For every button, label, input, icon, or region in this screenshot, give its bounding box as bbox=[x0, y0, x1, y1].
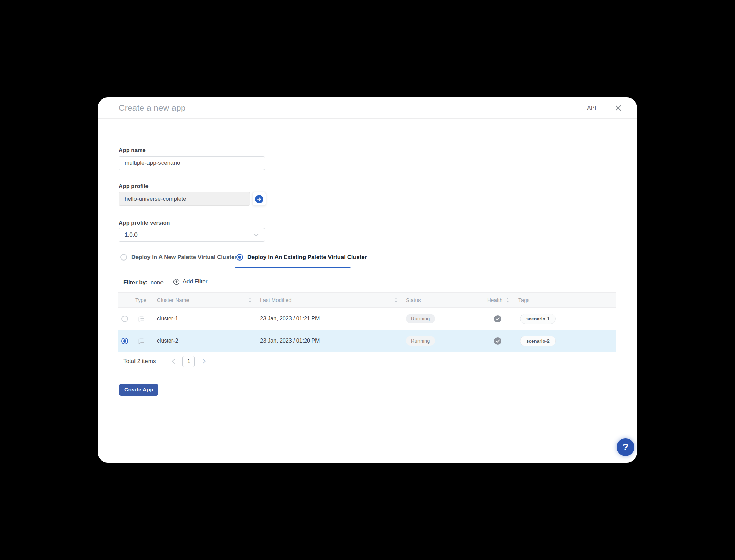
page-number-button[interactable]: 1 bbox=[182, 356, 195, 367]
row-last-modified: 23 Jan, 2023 / 01:21 PM bbox=[260, 316, 406, 322]
create-app-modal: Create a new app API App name App profil… bbox=[98, 97, 637, 463]
modal-title: Create a new app bbox=[119, 103, 587, 113]
api-link[interactable]: API bbox=[587, 105, 596, 111]
tabs-divider bbox=[119, 272, 616, 272]
add-filter-button[interactable]: Add Filter bbox=[172, 276, 213, 289]
tag-badge: scenario-1 bbox=[520, 314, 556, 324]
header-separator bbox=[479, 296, 479, 304]
create-app-button[interactable]: Create App bbox=[119, 384, 158, 396]
status-badge: Running bbox=[406, 314, 435, 323]
chevron-left-icon bbox=[171, 359, 175, 364]
row-radio-cluster-1[interactable] bbox=[121, 316, 128, 322]
next-page-button[interactable] bbox=[200, 358, 208, 365]
clusters-table: Type Cluster Name Last Modified Status H… bbox=[118, 292, 616, 352]
header-last-modified-label: Last Modified bbox=[260, 297, 292, 303]
header-status: Status bbox=[406, 297, 479, 303]
header-tags: Tags bbox=[518, 297, 616, 303]
row-status-cell: Running bbox=[406, 336, 479, 346]
chevron-right-icon bbox=[202, 359, 206, 364]
row-radio-cell bbox=[118, 316, 135, 322]
app-profile-version-value: 1.0.0 bbox=[125, 231, 138, 238]
app-name-input[interactable] bbox=[119, 156, 265, 170]
table-header: Type Cluster Name Last Modified Status H… bbox=[118, 292, 616, 308]
app-profile-link-button[interactable] bbox=[252, 192, 266, 206]
help-button[interactable]: ? bbox=[617, 438, 634, 456]
header-health[interactable]: Health bbox=[479, 297, 518, 303]
header-type: Type bbox=[135, 297, 157, 303]
tab-deploy-new-cluster-label: Deploy In A New Palette Virtual Cluster bbox=[131, 254, 237, 261]
health-check-icon bbox=[494, 315, 502, 323]
tab-deploy-existing-cluster-label: Deploy In An Existing Palette Virtual Cl… bbox=[247, 254, 367, 261]
header-last-modified[interactable]: Last Modified bbox=[260, 297, 406, 303]
header-cluster-name[interactable]: Cluster Name bbox=[157, 297, 260, 303]
titlebar-actions: API bbox=[587, 103, 623, 113]
filter-by-value: none bbox=[151, 279, 164, 286]
close-icon bbox=[615, 104, 622, 112]
tab-deploy-new-cluster[interactable]: Deploy In A New Palette Virtual Cluster bbox=[120, 254, 237, 261]
radio-deploy-new-cluster[interactable] bbox=[120, 254, 127, 261]
table-row-cluster-1[interactable]: cluster-1 23 Jan, 2023 / 01:21 PM Runnin… bbox=[118, 308, 616, 330]
modal-titlebar: Create a new app API bbox=[98, 97, 637, 119]
row-radio-cell bbox=[118, 338, 135, 344]
sort-icon[interactable] bbox=[394, 298, 398, 303]
row-health-cell bbox=[479, 337, 518, 345]
total-items-label: Total 2 items bbox=[123, 358, 156, 365]
app-profile-version-select[interactable]: 1.0.0 bbox=[119, 228, 265, 242]
health-check-icon bbox=[494, 337, 502, 345]
sort-icon[interactable] bbox=[506, 298, 510, 303]
row-cluster-name: cluster-2 bbox=[157, 338, 260, 344]
filter-by-label: Filter by: bbox=[123, 279, 148, 286]
add-filter-label: Add Filter bbox=[183, 278, 208, 285]
titlebar-divider bbox=[605, 104, 605, 112]
tab-deploy-existing-cluster[interactable]: Deploy In An Existing Palette Virtual Cl… bbox=[236, 254, 367, 261]
row-cluster-name: cluster-1 bbox=[157, 316, 260, 322]
header-health-label: Health bbox=[487, 297, 503, 303]
row-last-modified: 23 Jan, 2023 / 01:20 PM bbox=[260, 338, 406, 344]
virtual-cluster-icon bbox=[137, 315, 146, 323]
row-status-cell: Running bbox=[406, 314, 479, 323]
app-profile-input bbox=[119, 192, 250, 206]
header-separator bbox=[151, 296, 151, 304]
table-row-cluster-2[interactable]: cluster-2 23 Jan, 2023 / 01:20 PM Runnin… bbox=[118, 330, 616, 352]
row-radio-cluster-2[interactable] bbox=[121, 338, 128, 344]
radio-deploy-existing-cluster[interactable] bbox=[236, 254, 243, 261]
status-badge: Running bbox=[406, 336, 435, 346]
app-name-label: App name bbox=[119, 147, 146, 154]
chevron-down-icon bbox=[254, 233, 259, 237]
app-profile-label: App profile bbox=[119, 183, 149, 189]
filter-row: Filter by: none Add Filter bbox=[123, 275, 213, 290]
row-health-cell bbox=[479, 315, 518, 323]
previous-page-button[interactable] bbox=[169, 358, 177, 365]
header-cluster-name-label: Cluster Name bbox=[157, 297, 189, 303]
app-profile-version-label: App profile version bbox=[119, 220, 170, 226]
pagination: Total 2 items 1 bbox=[123, 356, 208, 367]
tag-badge: scenario-2 bbox=[520, 336, 556, 346]
virtual-cluster-icon bbox=[137, 337, 146, 345]
active-tab-underline bbox=[235, 267, 351, 268]
close-button[interactable] bbox=[613, 103, 623, 113]
plus-circle-icon bbox=[173, 279, 180, 285]
row-type-cell bbox=[135, 337, 157, 345]
row-type-cell bbox=[135, 315, 157, 323]
arrow-right-circle-icon bbox=[255, 195, 264, 204]
row-tags-cell: scenario-1 bbox=[518, 314, 616, 324]
row-tags-cell: scenario-2 bbox=[518, 336, 616, 346]
sort-icon[interactable] bbox=[248, 298, 252, 303]
